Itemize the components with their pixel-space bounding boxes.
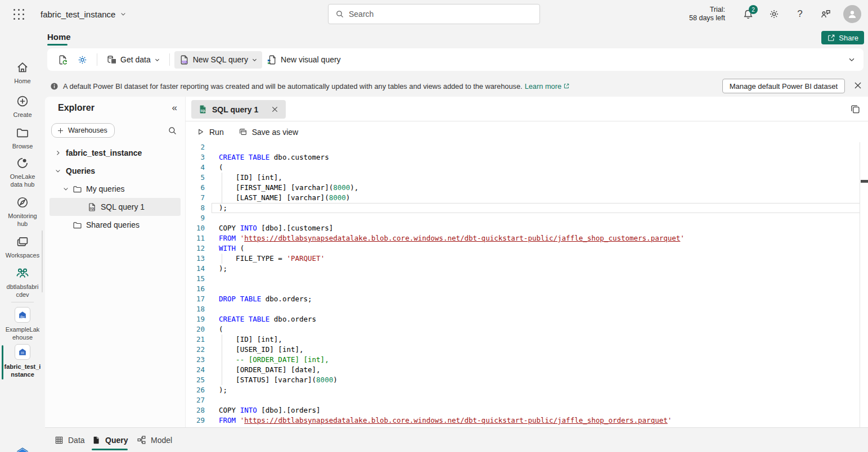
editor-scrollbar-marker[interactable] (861, 180, 868, 183)
sql-file-icon: SQL (198, 105, 208, 114)
line-number: 27 (186, 395, 205, 405)
person-icon (846, 8, 858, 20)
code-line-19: 19CREATE TABLE dbo.orders (186, 314, 868, 324)
query-toolbar: Run Save as view (186, 121, 868, 142)
line-number: 23 (186, 355, 205, 365)
tab-data[interactable]: Data (55, 428, 85, 452)
new-sql-query-button[interactable]: SQL New SQL query (174, 51, 262, 69)
line-number: 10 (186, 223, 205, 233)
tab-model[interactable]: Model (137, 428, 172, 452)
external-link-icon (563, 83, 570, 89)
query-page-icon (92, 436, 101, 445)
feedback-button[interactable] (816, 4, 835, 24)
notification-badge: 2 (749, 5, 758, 14)
svg-text:SQL: SQL (90, 207, 95, 210)
line-number: 5 (186, 173, 205, 183)
tree-item-label: My queries (86, 184, 124, 193)
dataset-info-banner: A default Power BI dataset for faster re… (45, 75, 868, 97)
code-line-29: 29FROM 'https://dbtlabsynapsedatalake.bl… (186, 415, 868, 426)
code-line-25: 25 [STATUS] [varchar](8000) (186, 375, 868, 385)
rail-item-data-warehouse[interactable]: DataWarehouse (0, 445, 45, 452)
tree-item-sql-query-1[interactable]: SQLSQL query 1 (50, 198, 181, 216)
line-number: 8 (186, 203, 205, 213)
save-as-view-button[interactable]: Save as view (239, 128, 298, 137)
share-button[interactable]: Share (821, 31, 864, 44)
monitoring-hub-icon (16, 196, 29, 209)
code-line-16: 16 (186, 284, 868, 294)
line-number: 17 (186, 294, 205, 304)
rail-item-fabric-test-instance[interactable]: fabric_test_instance (0, 344, 45, 378)
toolbar-divider (169, 53, 170, 66)
close-icon[interactable] (853, 80, 863, 91)
tree-item-my-queries[interactable]: My queries (50, 180, 181, 198)
new-report-button[interactable] (53, 51, 73, 69)
get-data-button[interactable]: Get data (102, 51, 165, 69)
code-line-5: 5 [ID] [int], (186, 173, 868, 183)
rail-item-home[interactable]: Home (0, 61, 45, 85)
svg-text:SQL: SQL (182, 60, 188, 63)
dbtlabsfabricdev-icon (15, 265, 30, 280)
line-number: 13 (186, 254, 205, 264)
search-input[interactable]: Search (328, 4, 540, 24)
rail-divider (11, 302, 34, 302)
chevron-down-icon (154, 57, 160, 63)
ribbon-toolbar: Get data SQL New SQL query New visual qu… (47, 48, 863, 71)
explorer-search-icon[interactable] (168, 126, 177, 135)
code-line-13: 13 FILE_TYPE = 'PARQUET' (186, 254, 868, 264)
rail-item-browse[interactable]: Browse (0, 126, 45, 150)
rail-item-onelake-data-hub[interactable]: OneLakedata hub (0, 156, 45, 188)
query-editor: SQL SQL query 1 Run (186, 97, 868, 427)
ribbon-tab-strip: Home Share (45, 28, 868, 47)
line-number: 26 (186, 385, 205, 395)
code-line-11: 11FROM 'https://dbtlabsynapsedatalake.bl… (186, 233, 868, 243)
rail-scrollbar[interactable] (42, 230, 43, 292)
code-line-21: 21 [ID] [int], (186, 335, 868, 345)
onelake-data-hub-icon (16, 156, 29, 170)
code-line-17: 17DROP TABLE dbo.orders; (186, 294, 868, 304)
collapse-ribbon-chevron[interactable] (848, 56, 856, 64)
line-number: 20 (186, 324, 205, 335)
rail-item-label: ExampleLakehouse (6, 326, 40, 341)
search-icon (335, 10, 344, 19)
rail-item-workspaces[interactable]: Workspaces (0, 235, 45, 259)
help-button[interactable]: ? (790, 4, 809, 24)
workspace-switcher[interactable]: fabric_test_instance (41, 7, 127, 21)
tab-home[interactable]: Home (47, 31, 71, 43)
chevron-down-icon[interactable] (53, 168, 62, 174)
chevron-right-icon[interactable] (53, 150, 62, 156)
rail-item-label: OneLakedata hub (10, 173, 35, 188)
close-tab-icon[interactable] (271, 105, 279, 114)
tree-item-fabric-test-instance[interactable]: fabric_test_instance (50, 144, 181, 162)
sql-code-area[interactable]: 23CREATE TABLE dbo.customers4(5 [ID] [in… (186, 142, 868, 427)
avatar[interactable] (843, 5, 861, 23)
browse-icon (16, 126, 29, 139)
rail-item-example-lakehouse[interactable]: ExampleLakehouse (0, 307, 45, 341)
tree-item-label: SQL query 1 (101, 202, 145, 211)
new-warehouse-button[interactable]: Warehouses (51, 123, 115, 138)
code-line-24: 24 [ORDER_DATE] [date], (186, 365, 868, 375)
rail-item-dbtlabsfabricdev[interactable]: dbtlabsfabricdev (0, 265, 45, 299)
info-icon (50, 82, 59, 91)
notifications-button[interactable]: 2 (739, 4, 758, 24)
query-tab[interactable]: SQL SQL query 1 (191, 100, 286, 119)
settings-button[interactable] (764, 4, 784, 24)
code-line-18: 18 (186, 304, 868, 314)
line-number: 18 (186, 304, 205, 314)
copy-icon[interactable] (850, 104, 861, 115)
line-number: 21 (186, 335, 205, 345)
tree-item-queries[interactable]: Queries (50, 162, 181, 180)
chevron-down-icon[interactable] (61, 186, 70, 192)
app-launcher-icon[interactable] (12, 8, 26, 21)
learn-more-link[interactable]: Learn more (525, 82, 570, 91)
rail-item-monitoring-hub[interactable]: Monitoringhub (0, 196, 45, 228)
manage-dataset-button[interactable]: Manage default Power BI dataset (722, 79, 845, 93)
rail-item-create[interactable]: Create (0, 94, 45, 119)
warehouse-settings-button[interactable] (73, 51, 92, 69)
tree-item-shared-queries[interactable]: Shared queries (50, 216, 181, 234)
collapse-panel-icon[interactable]: « (172, 102, 177, 114)
tab-query[interactable]: Query (92, 428, 128, 452)
code-line-23: 23 -- [ORDER_DATE] [int], (186, 355, 868, 365)
new-visual-query-button[interactable]: New visual query (262, 51, 345, 69)
view-switcher-bar: Data Query Model (45, 427, 868, 452)
run-button[interactable]: Run (196, 128, 224, 137)
